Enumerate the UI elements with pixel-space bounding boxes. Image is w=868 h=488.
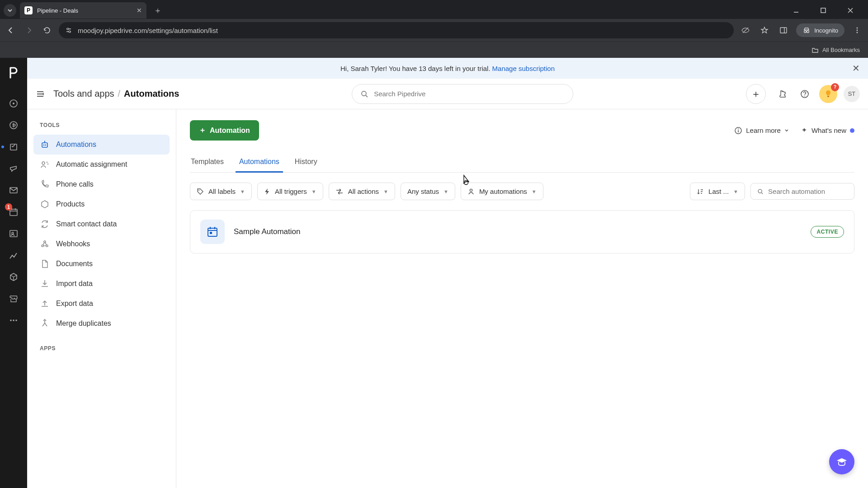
side-panel-icon[interactable] [777, 24, 790, 37]
sidebar-item-label: Documents [56, 260, 93, 268]
rail-item-more[interactable] [4, 311, 23, 330]
filter-triggers[interactable]: All triggers ▼ [257, 183, 323, 200]
tab-templates[interactable]: Templates [190, 153, 225, 172]
tab-automations[interactable]: Automations [238, 153, 280, 172]
eye-off-icon[interactable] [739, 24, 752, 37]
rail-item-marketplace[interactable] [4, 289, 23, 308]
bolt-icon [264, 188, 270, 195]
rail-item-insights[interactable] [4, 246, 23, 265]
rail-item-products[interactable] [4, 267, 23, 286]
sales-assistant-button[interactable]: ? [819, 85, 837, 103]
svg-rect-36 [827, 96, 829, 97]
upload-icon [40, 299, 50, 309]
chevron-down-icon: ▼ [532, 189, 537, 194]
maximize-button[interactable] [814, 4, 833, 17]
svg-rect-18 [10, 144, 17, 150]
svg-point-41 [44, 141, 45, 142]
rail-item-leads[interactable] [4, 94, 23, 113]
sidebar-item-import[interactable]: Import data [33, 274, 170, 294]
bookmark-star-icon[interactable] [758, 24, 771, 37]
close-banner-button[interactable]: ✕ [852, 63, 860, 74]
learn-more-button[interactable]: Learn more [734, 127, 789, 135]
svg-point-26 [10, 319, 12, 321]
content-area: ＋ Automation Learn more What's new [176, 109, 868, 488]
svg-rect-7 [780, 28, 787, 33]
svg-point-44 [47, 164, 48, 164]
rail-badge: 1 [5, 203, 12, 211]
new-tab-button[interactable]: ＋ [150, 3, 165, 18]
arrows-icon [335, 188, 344, 195]
svg-rect-37 [42, 143, 47, 147]
svg-point-47 [46, 245, 48, 247]
notification-dot [850, 128, 854, 133]
sidebar-item-products[interactable]: Products [33, 194, 170, 214]
tab-search-dropdown[interactable] [4, 4, 16, 17]
minimize-button[interactable] [787, 4, 806, 17]
filter-labels[interactable]: All labels ▼ [190, 183, 252, 200]
sidebar-item-export[interactable]: Export data [33, 294, 170, 314]
svg-point-28 [15, 319, 17, 321]
help-icon[interactable] [797, 86, 813, 102]
url-text: moodjoy.pipedrive.com/settings/automatio… [78, 27, 218, 34]
site-settings-icon[interactable] [65, 27, 72, 34]
rail-item-projects[interactable] [4, 137, 23, 156]
browser-menu-button[interactable] [851, 24, 863, 37]
sidebar-item-label: Products [56, 200, 85, 208]
sort-button[interactable]: Last ... ▼ [690, 183, 745, 200]
svg-point-38 [43, 145, 45, 146]
close-tab-icon[interactable]: ✕ [137, 7, 142, 14]
sidebar-item-merge[interactable]: Merge duplicates [33, 314, 170, 333]
tab-title: Pipeline - Deals [37, 7, 132, 14]
sidebar-item-webhooks[interactable]: Webhooks [33, 234, 170, 254]
address-bar[interactable]: moodjoy.pipedrive.com/settings/automatio… [59, 22, 734, 38]
filter-status[interactable]: Any status ▼ [401, 183, 455, 200]
browser-tab[interactable]: P Pipeline - Deals ✕ [20, 2, 146, 19]
automation-search[interactable] [750, 183, 854, 200]
rail-item-deals[interactable] [4, 116, 23, 135]
add-automation-button[interactable]: ＋ Automation [190, 120, 259, 141]
svg-point-52 [198, 190, 199, 191]
sidebar-item-smart-contact[interactable]: Smart contact data [33, 214, 170, 234]
quick-add-button[interactable]: ＋ [746, 84, 766, 104]
rail-item-campaigns[interactable] [4, 159, 23, 178]
knowledge-base-fab[interactable] [829, 449, 854, 474]
global-search[interactable] [352, 84, 573, 104]
sidebar-item-automations[interactable]: Automations [33, 135, 170, 155]
collapse-sidebar-button[interactable] [35, 89, 45, 99]
back-button[interactable] [5, 24, 17, 37]
close-window-button[interactable] [841, 4, 860, 17]
extensions-icon[interactable] [774, 86, 790, 102]
pipedrive-logo[interactable] [4, 63, 23, 82]
svg-line-55 [762, 192, 763, 194]
svg-rect-60 [210, 232, 212, 234]
rail-item-mail[interactable] [4, 181, 23, 200]
sidebar-item-label: Import data [56, 280, 93, 288]
sidebar-item-phone-calls[interactable]: Phone calls [33, 174, 170, 194]
breadcrumb-parent[interactable]: Tools and apps [53, 89, 114, 99]
filter-owner[interactable]: My automations ▼ [461, 183, 543, 200]
search-input[interactable] [374, 90, 565, 98]
sidebar-item-automatic-assignment[interactable]: Automatic assignment [33, 155, 170, 174]
svg-point-16 [13, 103, 14, 104]
sidebar-item-documents[interactable]: Documents [33, 254, 170, 274]
all-bookmarks-button[interactable]: All Bookmarks [822, 47, 860, 53]
assist-badge: ? [831, 83, 839, 91]
rail-item-activities[interactable]: 1 [4, 202, 23, 221]
incognito-indicator[interactable]: Incognito [796, 23, 844, 37]
rail-item-contacts[interactable] [4, 224, 23, 243]
user-icon [467, 188, 475, 195]
automation-row[interactable]: Sample Automation ACTIVE [190, 210, 854, 253]
user-avatar[interactable]: ST [844, 86, 860, 102]
svg-point-42 [42, 162, 45, 164]
tab-history[interactable]: History [294, 153, 318, 172]
graduation-cap-icon [836, 456, 848, 468]
manage-subscription-link[interactable]: Manage subscription [492, 65, 555, 72]
chevron-down-icon: ▼ [443, 189, 448, 194]
filter-actions[interactable]: All actions ▼ [329, 183, 395, 200]
reload-button[interactable] [41, 24, 53, 37]
automation-search-input[interactable] [768, 188, 848, 195]
forward-button[interactable] [23, 24, 35, 37]
whats-new-button[interactable]: What's new [801, 127, 854, 134]
svg-line-33 [366, 95, 368, 97]
status-badge: ACTIVE [811, 226, 844, 238]
